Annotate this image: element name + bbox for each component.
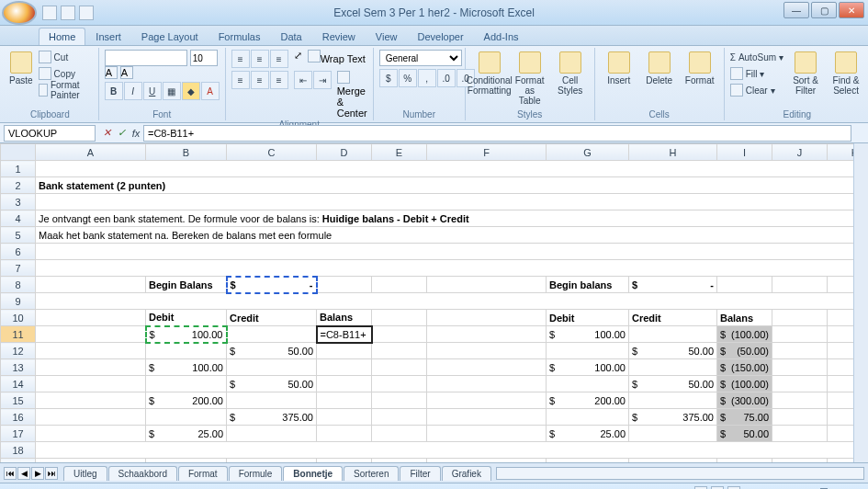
number-format-select[interactable]: General	[379, 50, 462, 66]
find-select-button[interactable]: Find & Select	[828, 50, 864, 97]
cell-B10[interactable]: Debit	[146, 310, 227, 326]
cell-C8[interactable]: $-	[227, 277, 317, 293]
maximize-button[interactable]: ▢	[811, 2, 837, 18]
shrink-font-icon[interactable]: A	[120, 66, 133, 79]
cell-C14[interactable]: $50.00	[227, 376, 317, 392]
merge-center-button[interactable]: Merge & Center	[337, 71, 367, 119]
tab-nav-next[interactable]: ▶	[31, 467, 44, 480]
cell-C10[interactable]: Credit	[227, 310, 317, 326]
clear-button[interactable]: Clear ▾	[730, 83, 783, 97]
align-top-button[interactable]: ≡	[231, 50, 250, 68]
align-center-button[interactable]: ≡	[251, 71, 269, 89]
cell-I17[interactable]: $50.00	[717, 426, 772, 442]
indent-more-button[interactable]: ⇥	[313, 71, 332, 89]
cancel-formula-button[interactable]: ✕	[99, 127, 114, 139]
fx-icon[interactable]: fx	[129, 128, 143, 139]
tab-page-layout[interactable]: Page Layout	[131, 28, 209, 45]
cell-G17[interactable]: $25.00	[547, 426, 629, 442]
fill-button[interactable]: Fill ▾	[730, 66, 783, 81]
sheet-tab-sorteren[interactable]: Sorteren	[344, 466, 399, 481]
sheet-tab-bonnetje[interactable]: Bonnetje	[283, 466, 343, 481]
cell-I13[interactable]: $(150.00)	[717, 359, 772, 376]
sort-filter-button[interactable]: Sort & Filter	[787, 50, 824, 97]
currency-button[interactable]: $	[379, 69, 398, 87]
cell-D11-editing[interactable]: =C8-B11+	[317, 326, 372, 343]
col-F[interactable]: F	[427, 144, 547, 161]
col-A[interactable]: A	[36, 144, 146, 161]
align-left-button[interactable]: ≡	[231, 71, 250, 89]
cell-B19[interactable]: Eind Balans	[146, 459, 227, 464]
tab-formulas[interactable]: Formulas	[209, 28, 271, 45]
tab-view[interactable]: View	[366, 28, 408, 45]
fill-color-button[interactable]: ◆	[182, 82, 200, 100]
cell-instr1[interactable]: Je ontvangt een bank statement. De formu…	[36, 210, 869, 227]
accept-formula-button[interactable]: ✓	[114, 127, 129, 139]
insert-cells-button[interactable]: Insert	[601, 50, 637, 87]
grow-font-icon[interactable]: A	[105, 66, 118, 79]
cell-C16[interactable]: $375.00	[227, 409, 317, 426]
sheet-tab-format[interactable]: Format	[178, 466, 228, 481]
vertical-scrollbar[interactable]	[853, 143, 868, 462]
cell-title[interactable]: Bank statement (2 punten)	[36, 177, 869, 194]
cell-B8[interactable]: Begin Balans	[146, 277, 227, 293]
format-cells-button[interactable]: Format	[682, 50, 718, 87]
cell-B13[interactable]: $100.00	[146, 359, 227, 376]
align-middle-button[interactable]: ≡	[251, 50, 269, 68]
minimize-button[interactable]: —	[783, 2, 809, 18]
undo-icon[interactable]	[61, 6, 75, 20]
worksheet[interactable]: A B C D E F G H I J K L M 1 2Bank statem…	[0, 143, 868, 463]
sheet-tab-schaakbord[interactable]: Schaakbord	[108, 466, 177, 481]
tab-nav-first[interactable]: ⏮	[4, 467, 17, 480]
font-size-input[interactable]	[190, 50, 218, 66]
wrap-text-button[interactable]: Wrap Text	[308, 50, 366, 68]
format-as-table-button[interactable]: Format as Table	[512, 50, 548, 108]
cell-I16[interactable]: $75.00	[717, 409, 772, 426]
sheet-tab-formule[interactable]: Formule	[229, 466, 283, 481]
cut-button[interactable]: Cut	[39, 50, 93, 64]
col-E[interactable]: E	[372, 144, 427, 161]
col-D[interactable]: D	[317, 144, 372, 161]
cell-instr2[interactable]: Maak het bank statement na. Bereken de b…	[36, 227, 869, 244]
cell-I11[interactable]: $(100.00)	[717, 326, 772, 343]
italic-button[interactable]: I	[124, 82, 142, 100]
cell-G13[interactable]: $100.00	[547, 359, 629, 376]
format-painter-button[interactable]: Format Painter	[39, 83, 93, 97]
cell-G19[interactable]: Eind Balans	[547, 459, 629, 464]
horizontal-scrollbar[interactable]	[496, 467, 864, 480]
paste-button[interactable]: Paste	[7, 50, 35, 87]
formula-input[interactable]	[143, 125, 851, 142]
col-H[interactable]: H	[629, 144, 717, 161]
close-button[interactable]: ✕	[839, 2, 864, 18]
font-color-button[interactable]: A	[201, 82, 220, 100]
cell-B15[interactable]: $200.00	[146, 392, 227, 409]
tab-insert[interactable]: Insert	[85, 28, 131, 45]
sheet-tab-filter[interactable]: Filter	[400, 466, 440, 481]
tab-nav-last[interactable]: ⏭	[45, 467, 58, 480]
cell-H8[interactable]: $-	[629, 277, 717, 293]
cell-G8[interactable]: Begin balans	[547, 277, 629, 293]
cell-H14[interactable]: $50.00	[629, 376, 717, 392]
redo-icon[interactable]	[79, 6, 94, 20]
select-all-button[interactable]	[1, 144, 36, 161]
cell-I10[interactable]: Balans	[717, 310, 772, 326]
sheet-tab-uitleg[interactable]: Uitleg	[63, 466, 107, 481]
cell-H19[interactable]: $50.00	[629, 459, 717, 464]
cell-C12[interactable]: $50.00	[227, 343, 317, 359]
percent-button[interactable]: %	[399, 69, 417, 87]
cell-I14[interactable]: $(100.00)	[717, 376, 772, 392]
save-icon[interactable]	[42, 6, 57, 20]
orientation-button[interactable]: ⤢	[294, 50, 302, 68]
name-box[interactable]	[4, 125, 96, 142]
cell-B11[interactable]: $100.00	[146, 326, 227, 343]
cell-H12[interactable]: $50.00	[629, 343, 717, 359]
tab-addins[interactable]: Add-Ins	[474, 28, 529, 45]
cell-G15[interactable]: $200.00	[547, 392, 629, 409]
col-B[interactable]: B	[146, 144, 227, 161]
tab-home[interactable]: Home	[39, 28, 85, 45]
autosum-button[interactable]: Σ AutoSum ▾	[730, 50, 783, 64]
col-G[interactable]: G	[547, 144, 629, 161]
tab-data[interactable]: Data	[270, 28, 311, 45]
inc-decimal-button[interactable]: .0	[437, 69, 456, 87]
cell-H16[interactable]: $375.00	[629, 409, 717, 426]
cell-styles-button[interactable]: Cell Styles	[552, 50, 589, 97]
